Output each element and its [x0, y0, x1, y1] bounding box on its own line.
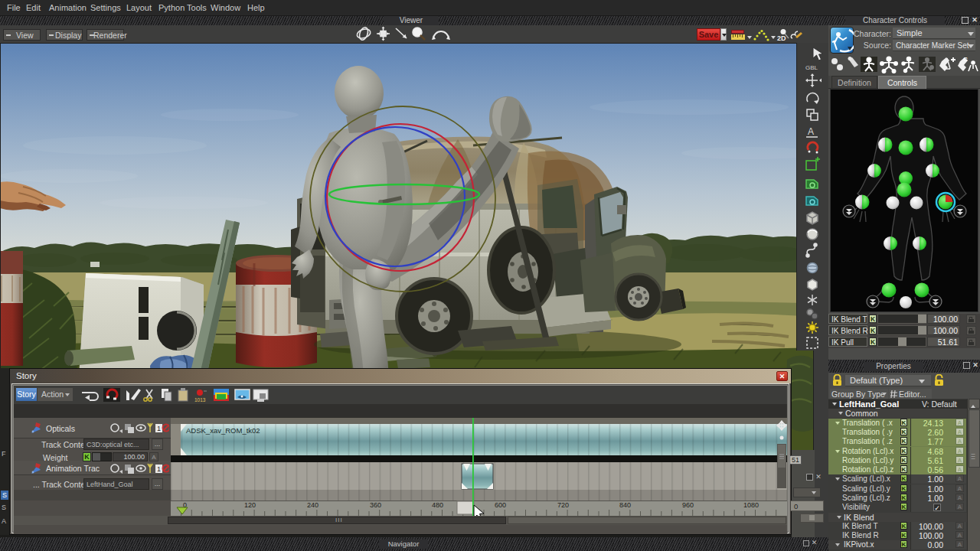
svg-text:120: 120	[244, 501, 256, 509]
svg-text:1013: 1013	[194, 397, 206, 403]
svg-text:1: 1	[157, 425, 161, 432]
svg-text:ADSK_xav_ROM_tk02: ADSK_xav_ROM_tk02	[186, 426, 260, 435]
svg-text:480: 480	[432, 501, 443, 509]
svg-text:C: C	[963, 56, 968, 63]
svg-text:1: 1	[157, 465, 161, 473]
svg-text:360: 360	[370, 501, 381, 509]
svg-text:240: 240	[307, 501, 318, 509]
svg-text:960: 960	[682, 501, 694, 509]
svg-text:600: 600	[495, 501, 506, 509]
svg-text:840: 840	[619, 501, 631, 509]
svg-text:2D: 2D	[777, 34, 786, 42]
svg-text:GBL: GBL	[805, 64, 818, 71]
svg-text:A: A	[808, 126, 814, 137]
svg-text:1080: 1080	[743, 501, 759, 509]
svg-text:720: 720	[557, 501, 569, 509]
